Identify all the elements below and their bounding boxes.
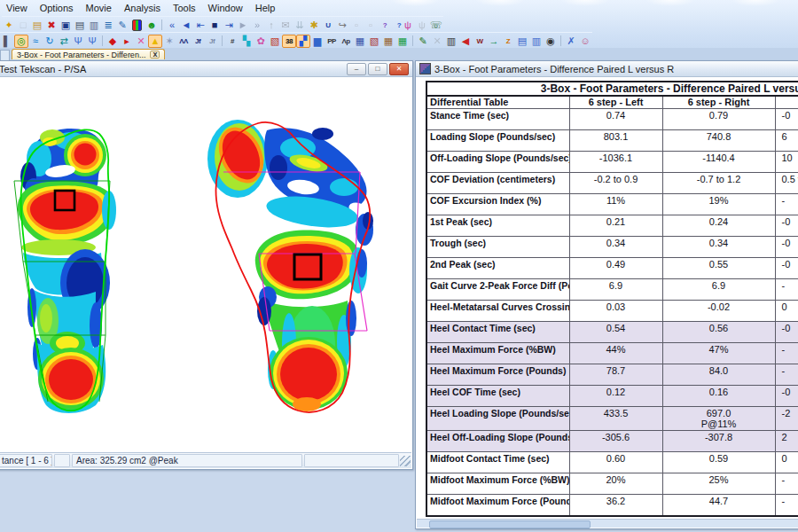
cell-diff: 0 bbox=[775, 301, 798, 322]
email-icon[interactable]: ✉ bbox=[278, 19, 293, 32]
page-icon-1[interactable]: ▫ bbox=[349, 19, 364, 32]
compare-icon[interactable]: ⇄ bbox=[57, 35, 71, 48]
tab-close-icon[interactable]: x bbox=[150, 51, 160, 59]
stop-icon[interactable]: ■ bbox=[207, 19, 222, 32]
strip-chart-icon[interactable]: ▦ bbox=[353, 35, 367, 48]
split-view-icon[interactable]: ▞ bbox=[296, 35, 310, 48]
toolbar-separator bbox=[558, 35, 564, 47]
menu-movie[interactable]: Movie bbox=[80, 1, 118, 15]
report-icon[interactable]: ▧ bbox=[367, 35, 381, 48]
tree-view-icon[interactable]: Ψ bbox=[71, 35, 85, 48]
sensor-points-icon[interactable]: ✶ bbox=[162, 35, 176, 48]
cof-trajectory-icon[interactable]: ▸ bbox=[120, 35, 134, 48]
cof-target-icon[interactable]: ◎ bbox=[14, 35, 28, 48]
cell-right: 0.55 bbox=[662, 258, 775, 279]
record-icon[interactable]: ↑ bbox=[264, 19, 278, 32]
box-3d-icon[interactable]: ▚ bbox=[239, 35, 254, 48]
x-marker-icon[interactable]: ✕ bbox=[134, 35, 148, 48]
rotate-icon[interactable]: ↻ bbox=[43, 35, 57, 48]
peak-marker-icon[interactable]: ▲ bbox=[148, 35, 162, 48]
row-label: 1st Peak (sec) bbox=[426, 215, 569, 237]
copy-icon[interactable]: ≣ bbox=[101, 19, 115, 32]
multi-step-icon[interactable]: ⇊ bbox=[293, 19, 307, 32]
waveform-icon[interactable]: W bbox=[473, 35, 487, 48]
help-icon[interactable]: ? bbox=[378, 19, 392, 32]
menu-options[interactable]: Options bbox=[34, 1, 80, 15]
grid-icon[interactable]: # bbox=[225, 35, 239, 48]
zoom-icon[interactable]: Z bbox=[501, 35, 515, 48]
step-back-icon[interactable]: ◄ bbox=[179, 19, 193, 32]
units-icon[interactable]: U bbox=[321, 19, 335, 32]
minimize-button[interactable]: – bbox=[347, 63, 366, 75]
camera-icon[interactable]: ◉ bbox=[544, 35, 558, 48]
close-button[interactable]: ✕ bbox=[389, 63, 409, 75]
handheld-device-icon[interactable]: ☏ bbox=[429, 19, 443, 32]
calibration-icon[interactable]: ✦ bbox=[2, 19, 16, 32]
menu-help[interactable]: Help bbox=[249, 1, 282, 15]
movie-settings-icon[interactable]: ☻ bbox=[145, 19, 159, 32]
fast-forward-icon[interactable]: » bbox=[250, 19, 264, 32]
table-icon[interactable]: ▦ bbox=[381, 35, 395, 48]
print-preview-icon[interactable]: ▥ bbox=[87, 19, 101, 32]
table-row: Loading Slope (Pounds/sec)803.1740.86 bbox=[426, 130, 798, 152]
peak-p-icon[interactable]: Λp bbox=[339, 35, 353, 48]
cof-marker-icon[interactable]: ◆ bbox=[106, 35, 120, 48]
box-38-icon[interactable]: 38 bbox=[282, 35, 296, 48]
notebook-icon[interactable]: ▥ bbox=[444, 35, 458, 48]
menu-tools[interactable]: Tools bbox=[167, 1, 202, 15]
twin-peaks-icon[interactable]: ΛΛ bbox=[176, 35, 191, 48]
tile-horizontal-icon[interactable]: ▤ bbox=[515, 35, 529, 48]
open-file-icon[interactable]: ▤ bbox=[30, 19, 44, 32]
table-row: Heel-Metatarsal Curves Crossing (sec)0.0… bbox=[426, 301, 798, 322]
annotate-icon[interactable]: ✎ bbox=[416, 35, 430, 48]
force-time-2-icon[interactable]: Jf bbox=[205, 35, 219, 48]
row-label: Loading Slope (Pounds/sec) bbox=[426, 130, 569, 152]
pp-icon[interactable]: PP bbox=[325, 35, 339, 48]
snapshot-icon[interactable]: ✱ bbox=[307, 19, 321, 32]
menu-analysis[interactable]: Analysis bbox=[118, 1, 167, 15]
person-icon[interactable]: ☺ bbox=[578, 35, 592, 48]
tab-foot-parameters[interactable]: 3-Box - Foot Parameters - Differen... x bbox=[12, 49, 165, 59]
partial-icon[interactable]: ▌ bbox=[0, 35, 14, 48]
legend-grid-icon[interactable]: ▦ bbox=[395, 35, 410, 48]
rewind-icon[interactable]: « bbox=[165, 19, 179, 32]
color-legend-icon[interactable] bbox=[132, 20, 142, 31]
speaker-icon[interactable]: ◀ bbox=[458, 35, 473, 48]
menu-view[interactable]: View bbox=[0, 1, 34, 15]
force-curve-icon[interactable]: ≈ bbox=[28, 35, 43, 48]
right-foot-pressure-map[interactable] bbox=[207, 120, 373, 412]
export-icon[interactable]: → bbox=[487, 35, 501, 48]
maximize-button[interactable]: □ bbox=[368, 63, 387, 75]
wireless-off-icon[interactable]: ψ bbox=[415, 19, 429, 32]
table-window-titlebar[interactable]: 3-Box - Foot Parameters - Difference Pai… bbox=[416, 61, 798, 77]
clear-annotation-icon[interactable]: ✕ bbox=[430, 35, 444, 48]
edit-icon[interactable]: ✎ bbox=[115, 19, 129, 32]
new-file-icon[interactable]: □ bbox=[16, 19, 30, 32]
menu-window[interactable]: Window bbox=[202, 1, 249, 15]
wireless-signal-icon[interactable]: ψ bbox=[401, 19, 415, 32]
row-label: Midfoot Maximum Force (%BW) bbox=[426, 473, 569, 495]
resize-grip[interactable] bbox=[400, 456, 411, 466]
last-frame-icon[interactable]: ⇥ bbox=[222, 19, 236, 32]
binoculars-icon[interactable]: ✿ bbox=[254, 35, 268, 48]
play-icon[interactable]: ► bbox=[236, 19, 250, 32]
exit-icon[interactable]: ↪ bbox=[335, 19, 349, 32]
force-time-icon[interactable]: Jf bbox=[191, 35, 205, 48]
save-icon[interactable]: ▣ bbox=[59, 19, 73, 32]
histogram-icon[interactable]: ▆ bbox=[310, 35, 325, 48]
delete-file-icon[interactable]: ✖ bbox=[44, 19, 59, 32]
first-frame-icon[interactable]: ⇤ bbox=[193, 19, 207, 32]
cell-diff: 0.5 t bbox=[775, 173, 798, 194]
print-icon[interactable]: ▤ bbox=[73, 19, 87, 32]
tile-vertical-icon[interactable]: ▥ bbox=[529, 35, 544, 48]
tree-view-2-icon[interactable]: Ψ bbox=[85, 35, 99, 48]
remove-person-icon[interactable]: ✗ bbox=[564, 35, 578, 48]
page-icon-2[interactable]: ▫ bbox=[364, 19, 378, 32]
scrollbar-thumb[interactable] bbox=[429, 520, 591, 528]
page-export-icon[interactable]: ▧ bbox=[268, 35, 282, 48]
cell-diff: -0 bbox=[775, 215, 798, 237]
pressure-window-titlebar[interactable]: Test Tekscan - P/SA – □ ✕ bbox=[0, 61, 412, 77]
horizontal-scrollbar[interactable] bbox=[417, 519, 798, 528]
left-foot-pressure-map[interactable] bbox=[14, 129, 116, 413]
status-frame-range: tance [ 1 - 6 ] bbox=[0, 454, 52, 467]
